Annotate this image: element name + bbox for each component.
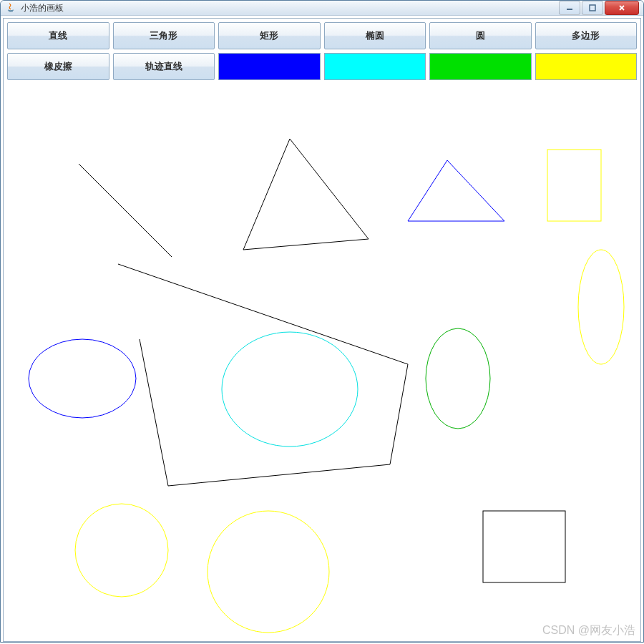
canvas-svg: [7, 84, 637, 638]
maximize-button[interactable]: [582, 1, 603, 15]
svg-marker-6: [408, 160, 504, 221]
tool-eraser-button[interactable]: 橡皮擦: [7, 53, 109, 80]
window-controls: [559, 1, 639, 15]
svg-line-9: [390, 364, 408, 464]
svg-rect-7: [547, 150, 601, 221]
svg-rect-1: [590, 5, 595, 11]
svg-marker-5: [243, 139, 369, 250]
toolbar: 直线 三角形 矩形 椭圆 圆 多边形 橡皮擦 轨迹直线: [7, 22, 637, 80]
svg-line-4: [79, 164, 172, 257]
color-swatch-blue[interactable]: [218, 53, 321, 80]
java-icon: [5, 2, 16, 14]
tool-track-line-button[interactable]: 轨迹直线: [113, 53, 215, 80]
svg-point-14: [426, 328, 490, 429]
close-button[interactable]: [605, 1, 639, 15]
tool-triangle-button[interactable]: 三角形: [113, 22, 215, 49]
svg-line-10: [168, 464, 390, 486]
window-frame: 小浩的画板 直线 三角形 矩形 椭圆 圆 多边形 橡皮擦 轨迹直线: [0, 0, 644, 643]
svg-rect-18: [483, 511, 565, 582]
svg-point-15: [578, 250, 624, 364]
svg-point-16: [75, 504, 168, 597]
svg-point-12: [29, 339, 136, 418]
color-swatch-yellow[interactable]: [535, 53, 638, 80]
tool-circle-button[interactable]: 圆: [429, 22, 532, 49]
svg-line-8: [118, 264, 408, 364]
window-title: 小浩的画板: [21, 2, 559, 14]
tool-ellipse-button[interactable]: 椭圆: [324, 22, 426, 49]
tool-rectangle-button[interactable]: 矩形: [218, 22, 321, 49]
drawing-canvas[interactable]: [7, 84, 637, 638]
content-area: 直线 三角形 矩形 椭圆 圆 多边形 橡皮擦 轨迹直线: [3, 18, 641, 642]
color-swatch-cyan[interactable]: [324, 53, 426, 80]
svg-point-13: [222, 332, 358, 447]
tool-polygon-button[interactable]: 多边形: [535, 22, 638, 49]
watermark: CSDN @网友小浩: [542, 623, 635, 638]
svg-point-17: [208, 511, 329, 633]
svg-line-11: [140, 339, 168, 486]
tool-line-button[interactable]: 直线: [7, 22, 109, 49]
minimize-button[interactable]: [559, 1, 580, 15]
titlebar[interactable]: 小浩的画板: [1, 1, 643, 16]
color-swatch-green[interactable]: [429, 53, 532, 80]
